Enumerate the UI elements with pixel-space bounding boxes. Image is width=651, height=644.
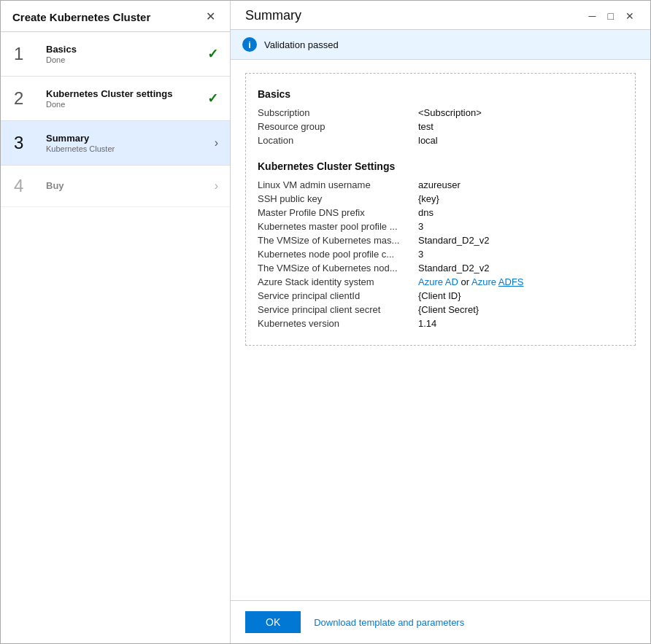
- table-row: Subscription <Subscription>: [258, 106, 623, 120]
- step-number-2: 2: [14, 90, 37, 107]
- table-row: Resource group test: [258, 120, 623, 133]
- step-name-2: Kubernetes Cluster settings: [46, 88, 207, 99]
- identity-text-3: Azure: [471, 276, 498, 287]
- setting-value: 3: [418, 220, 623, 233]
- setting-value: 1.14: [418, 317, 623, 330]
- step-number-1: 1: [14, 45, 37, 63]
- table-row: Service principal client secret {Client …: [258, 303, 623, 317]
- settings-table: Linux VM admin username azureuser SSH pu…: [258, 178, 623, 330]
- table-row: Kubernetes node pool profile c... 3: [258, 247, 623, 261]
- identity-text-2: or: [458, 276, 471, 287]
- window-controls: ─ □ ✕: [585, 9, 639, 23]
- basics-rg-value: test: [418, 120, 623, 133]
- table-row: Azure Stack identity system Azure AD or …: [258, 275, 623, 289]
- basics-rg-label: Resource group: [258, 120, 418, 133]
- setting-value: Standard_D2_v2: [418, 261, 623, 275]
- ok-button[interactable]: OK: [245, 611, 301, 633]
- info-icon: i: [242, 37, 257, 52]
- basics-location-label: Location: [258, 133, 418, 147]
- right-panel: Summary ─ □ ✕ i Validation passed Basics…: [231, 1, 650, 643]
- identity-text-4: ADFS: [498, 276, 524, 287]
- basics-subscription-label: Subscription: [258, 106, 418, 120]
- summary-content: Basics Subscription <Subscription> Resou…: [231, 60, 650, 600]
- setting-label: The VMSize of Kubernetes mas...: [258, 233, 418, 247]
- step-number-4: 4: [14, 177, 37, 195]
- maximize-button[interactable]: □: [604, 9, 618, 23]
- setting-value: {Client ID}: [418, 289, 623, 303]
- step-arrow-4: ›: [215, 179, 218, 193]
- setting-label: Azure Stack identity system: [258, 275, 418, 289]
- step-check-2: ✓: [207, 90, 218, 106]
- steps-list: 1 Basics Done ✓ 2 Kubernetes Cluster set…: [1, 32, 230, 643]
- setting-value: {Client Secret}: [418, 303, 623, 317]
- setting-label: SSH public key: [258, 192, 418, 206]
- step-check-1: ✓: [207, 46, 218, 62]
- table-row: Master Profile DNS prefix dns: [258, 206, 623, 220]
- table-row: Service principal clientId {Client ID}: [258, 289, 623, 303]
- validation-text: Validation passed: [264, 39, 339, 50]
- setting-value: dns: [418, 206, 623, 220]
- step-item-summary[interactable]: 3 Summary Kubernetes Cluster ›: [1, 121, 230, 166]
- table-row: The VMSize of Kubernetes nod... Standard…: [258, 261, 623, 275]
- left-panel-title: Create Kubernetes Cluster: [12, 11, 150, 23]
- setting-value-identity: Azure AD or Azure ADFS: [418, 275, 623, 289]
- right-header: Summary ─ □ ✕: [231, 1, 650, 30]
- close-button[interactable]: ✕: [203, 9, 218, 24]
- step-sub-3: Kubernetes Cluster: [46, 144, 215, 153]
- step-item-buy: 4 Buy ›: [1, 166, 230, 207]
- step-info-3: Summary Kubernetes Cluster: [46, 133, 215, 153]
- step-arrow-3: ›: [215, 136, 218, 150]
- setting-label: The VMSize of Kubernetes nod...: [258, 261, 418, 275]
- basics-table: Subscription <Subscription> Resource gro…: [258, 106, 623, 147]
- minimize-button[interactable]: ─: [585, 9, 601, 23]
- setting-label: Service principal clientId: [258, 289, 418, 303]
- table-row: The VMSize of Kubernetes mas... Standard…: [258, 233, 623, 247]
- setting-label: Service principal client secret: [258, 303, 418, 317]
- step-info-1: Basics Done: [46, 44, 207, 64]
- setting-value: {key}: [418, 192, 623, 206]
- step-name-4: Buy: [46, 180, 215, 191]
- setting-label: Kubernetes master pool profile ...: [258, 220, 418, 233]
- right-panel-title: Summary: [245, 8, 301, 23]
- settings-section-title: Kubernetes Cluster Settings: [258, 160, 623, 172]
- left-panel: Create Kubernetes Cluster ✕ 1 Basics Don…: [1, 1, 231, 643]
- setting-label: Kubernetes version: [258, 317, 418, 330]
- right-close-button[interactable]: ✕: [621, 9, 639, 23]
- validation-bar: i Validation passed: [231, 30, 650, 60]
- table-row: SSH public key {key}: [258, 192, 623, 206]
- basics-subscription-value: <Subscription>: [418, 106, 623, 120]
- step-number-3: 3: [14, 134, 37, 152]
- setting-label: Linux VM admin username: [258, 178, 418, 192]
- table-row: Linux VM admin username azureuser: [258, 178, 623, 192]
- download-template-link[interactable]: Download template and parameters: [314, 617, 464, 628]
- step-sub-2: Done: [46, 100, 207, 109]
- table-row: Kubernetes master pool profile ... 3: [258, 220, 623, 233]
- step-item-basics[interactable]: 1 Basics Done ✓: [1, 32, 230, 77]
- setting-value: 3: [418, 247, 623, 261]
- basics-location-value: local: [418, 133, 623, 147]
- main-window: Create Kubernetes Cluster ✕ 1 Basics Don…: [0, 0, 651, 644]
- setting-value: azureuser: [418, 178, 623, 192]
- table-row: Kubernetes version 1.14: [258, 317, 623, 330]
- step-sub-1: Done: [46, 55, 207, 64]
- step-name-3: Summary: [46, 133, 215, 144]
- setting-value: Standard_D2_v2: [418, 233, 623, 247]
- identity-text-1: Azure AD: [418, 276, 458, 287]
- step-name-1: Basics: [46, 44, 207, 55]
- basics-section-title: Basics: [258, 88, 623, 100]
- footer: OK Download template and parameters: [231, 600, 650, 643]
- table-row: Location local: [258, 133, 623, 147]
- step-item-cluster-settings[interactable]: 2 Kubernetes Cluster settings Done ✓: [1, 77, 230, 121]
- left-header: Create Kubernetes Cluster ✕: [1, 1, 230, 32]
- setting-label: Master Profile DNS prefix: [258, 206, 418, 220]
- setting-label: Kubernetes node pool profile c...: [258, 247, 418, 261]
- step-info-2: Kubernetes Cluster settings Done: [46, 88, 207, 109]
- step-info-4: Buy: [46, 180, 215, 192]
